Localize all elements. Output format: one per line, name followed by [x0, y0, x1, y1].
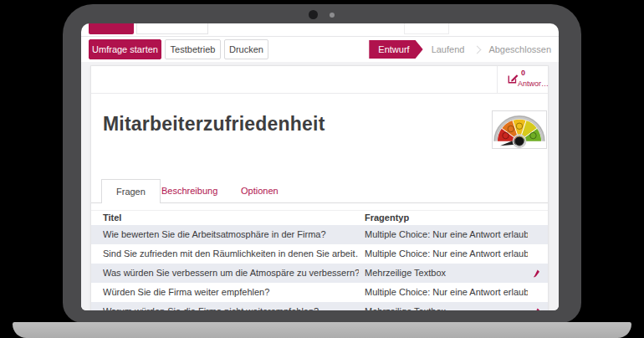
table-row[interactable]: Wie bewerten Sie die Arbeitsatmosphäre i… [91, 225, 548, 244]
textbox-marker-icon [533, 308, 540, 310]
question-type: Multiple Choice: Nur eine Antwort erlaub… [365, 244, 528, 264]
gauge-icon [493, 112, 545, 149]
status-stepper: Entwurf Laufend Abgeschlossen [369, 40, 551, 59]
partial-dropdown[interactable] [404, 23, 449, 34]
tab-optionen[interactable]: Optionen [241, 179, 279, 202]
tab-fragen[interactable]: Fragen [101, 179, 161, 203]
tab-beschreibung[interactable]: Beschreibung [161, 179, 217, 202]
question-title: Warum würden Sie die Firma nicht weitere… [103, 302, 359, 310]
status-step-laufend: Laufend [432, 44, 465, 54]
answers-label: Antwor… [518, 79, 549, 88]
question-title: Wie bewerten Sie die Arbeitsatmosphäre i… [103, 225, 359, 244]
answers-count: 0 [521, 69, 525, 77]
satisfaction-gauge-image [492, 110, 547, 149]
chevron-right-icon [473, 45, 482, 54]
partial-button[interactable] [136, 23, 208, 34]
toolbar: Umfrage starten Testbetrieb Drucken Entw… [81, 37, 559, 62]
column-header-titel: Titel [103, 213, 121, 223]
question-title: Sind Sie zufrieden mit den Räumlichkeite… [103, 244, 359, 264]
app-screen: Umfrage starten Testbetrieb Drucken Entw… [81, 23, 559, 310]
partial-primary-button[interactable] [89, 23, 134, 34]
question-type: Mehrzeilige Textbox [365, 302, 528, 310]
laptop-base [13, 322, 631, 338]
webcam-led-icon [330, 13, 335, 18]
table-row[interactable]: Was würden Sie verbessern um die Atmospä… [91, 264, 548, 283]
textbox-marker-icon [533, 269, 540, 278]
page-title: Mitarbeiterzufriedenheit [103, 113, 325, 136]
question-type: Multiple Choice: Nur eine Antwort erlaub… [365, 283, 528, 302]
status-step-abgeschlossen: Abgeschlossen [488, 44, 551, 54]
survey-card: 0 Antwor… Mitarbeiterzufriedenheit [90, 65, 549, 310]
card-header-strip: 0 Antwor… [91, 66, 548, 94]
status-step-entwurf: Entwurf [369, 40, 422, 59]
answers-badge-button[interactable]: 0 Antwor… [497, 66, 548, 94]
test-mode-button[interactable]: Testbetrieb [165, 39, 221, 59]
question-type: Mehrzeilige Textbox [365, 264, 528, 283]
questions-table: Titel Fragentyp Wie bewerten Sie die Arb… [91, 210, 548, 310]
column-header-fragentyp: Fragentyp [365, 213, 409, 223]
laptop-mockup: Umfrage starten Testbetrieb Drucken Entw… [0, 0, 644, 338]
table-row[interactable]: Würden Sie die Firma weiter empfehlen? M… [91, 283, 548, 302]
question-title: Was würden Sie verbessern um die Atmospä… [103, 264, 359, 283]
question-title: Würden Sie die Firma weiter empfehlen? [103, 283, 359, 302]
print-button[interactable]: Drucken [224, 39, 268, 59]
page-background: 0 Antwor… Mitarbeiterzufriedenheit [81, 62, 559, 310]
question-type: Multiple Choice: Nur eine Antwort erlaub… [365, 225, 528, 244]
table-row[interactable]: Sind Sie zufrieden mit den Räumlichkeite… [91, 244, 548, 264]
table-header-row: Titel Fragentyp [91, 210, 548, 225]
start-survey-button[interactable]: Umfrage starten [89, 39, 161, 59]
webcam-icon [309, 10, 318, 19]
table-row[interactable]: Warum würden Sie die Firma nicht weitere… [91, 302, 548, 310]
